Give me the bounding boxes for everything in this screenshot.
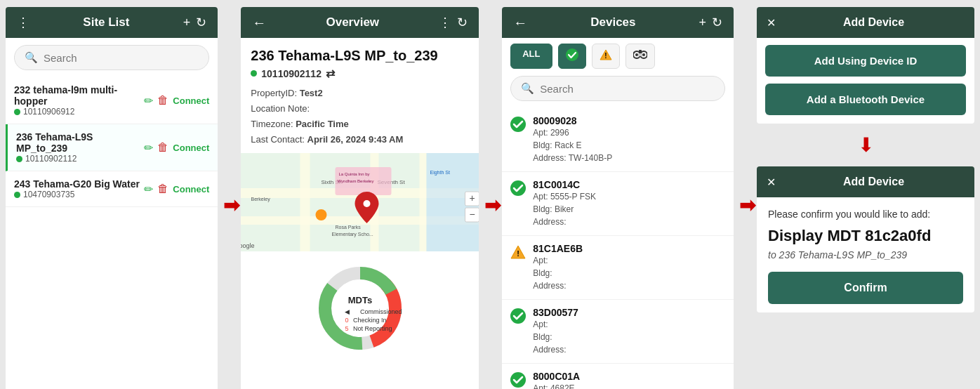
svg-text:5: 5 bbox=[345, 325, 348, 332]
donut-chart-svg: MDTs ◀ Commissioned 0 Checking In 5 Not … bbox=[314, 263, 406, 354]
svg-text:Eighth St: Eighth St bbox=[430, 170, 450, 176]
filter-all-tab[interactable]: ALL bbox=[510, 44, 552, 69]
edit-icon[interactable]: ✏ bbox=[144, 183, 153, 196]
more-options-icon[interactable]: ⋮ bbox=[436, 12, 454, 33]
list-item: 8000C01A Apt: 4682E Bldg: Rack E Address… bbox=[502, 364, 734, 389]
svg-text:Elementary Scho...: Elementary Scho... bbox=[332, 232, 373, 237]
refresh-icon[interactable]: ↻ bbox=[709, 12, 725, 33]
svg-text:−: − bbox=[470, 209, 475, 220]
ok-status-icon bbox=[510, 372, 526, 389]
arrow-right-3: ➡ bbox=[739, 194, 755, 217]
edit-icon[interactable]: ✏ bbox=[144, 141, 153, 154]
site-search-box[interactable]: 🔍 bbox=[14, 45, 209, 70]
site-name: 243 Tehama-G20 Big Water bbox=[14, 178, 140, 190]
device-search-input[interactable] bbox=[540, 83, 715, 95]
filter-ok-tab[interactable] bbox=[558, 44, 586, 69]
site-search-input[interactable] bbox=[44, 52, 199, 64]
confirm-button[interactable]: Confirm bbox=[768, 272, 963, 304]
confirm-body: Please confirm you would like to add: Di… bbox=[757, 197, 974, 312]
refresh-icon[interactable]: ↻ bbox=[454, 12, 470, 33]
ok-status-icon bbox=[510, 180, 526, 199]
connect-button[interactable]: Connect bbox=[173, 95, 209, 106]
svg-point-41 bbox=[642, 53, 645, 56]
ok-status-icon bbox=[510, 117, 526, 136]
svg-point-48 bbox=[510, 372, 526, 388]
devices-panel: ← Devices + ↻ ALL ! bbox=[502, 7, 734, 389]
add-device-icon[interactable]: + bbox=[696, 13, 710, 33]
device-id: 83D00577 bbox=[533, 307, 578, 318]
add-device-title: Add Device bbox=[783, 16, 965, 29]
devices-title-label: Devices bbox=[530, 15, 696, 29]
overview-header: ← Overview ⋮ ↻ bbox=[241, 7, 479, 38]
connect-button[interactable]: Connect bbox=[173, 143, 209, 153]
site-list-header: ⋮ Site List + ↻ bbox=[6, 7, 218, 38]
connect-button[interactable]: Connect bbox=[173, 184, 209, 194]
device-id: 81C1AE6B bbox=[533, 243, 583, 254]
overview-site-id: 10110902112 ⇄ bbox=[241, 67, 479, 86]
close-icon[interactable]: ✕ bbox=[767, 16, 776, 29]
list-item: 81C0014C Apt: 5555-P FSK Bldg: Biker Add… bbox=[502, 172, 734, 236]
status-dot bbox=[14, 192, 20, 198]
overview-panel: ← Overview ⋮ ↻ 236 Tehama-L9S MP_to_239 … bbox=[241, 7, 479, 389]
devices-header: ← Devices + ↻ bbox=[502, 7, 734, 38]
refresh-icon[interactable]: ↻ bbox=[193, 12, 209, 33]
svg-point-44 bbox=[510, 180, 526, 196]
list-item: 236 Tehama-L9S MP_to_239 10110902112 ✏ 🗑… bbox=[6, 124, 218, 171]
confirm-prompt-text: Please confirm you would like to add: bbox=[768, 209, 963, 220]
map-svg: Sixth St Seventh St Eighth St Berkeley R… bbox=[241, 153, 479, 251]
svg-text:0: 0 bbox=[345, 317, 348, 324]
more-options-icon[interactable]: ⋮ bbox=[14, 12, 32, 33]
device-id: 81C0014C bbox=[533, 179, 596, 190]
arrow-right-2: ➡ bbox=[484, 194, 501, 217]
filter-binoculars-tab[interactable] bbox=[625, 44, 655, 69]
confirm-device-name: Display MDT 81c2a0fd bbox=[768, 227, 963, 245]
list-item: 83D00577 Apt: Bldg: Address: bbox=[502, 300, 734, 364]
site-name: 232 tehama-l9m multi-hopper bbox=[14, 84, 144, 107]
arrow-down: ⬇ bbox=[858, 133, 874, 157]
list-item: 243 Tehama-G20 Big Water 10470903735 ✏ 🗑… bbox=[6, 171, 218, 207]
status-dot bbox=[14, 109, 20, 115]
edit-icon[interactable]: ✏ bbox=[144, 94, 153, 107]
ok-status-icon bbox=[510, 308, 526, 327]
svg-rect-5 bbox=[420, 153, 427, 251]
svg-text:Not Reporting: Not Reporting bbox=[353, 325, 392, 332]
device-id: 8000C01A bbox=[533, 371, 612, 382]
svg-point-43 bbox=[510, 117, 526, 132]
device-id: 80009028 bbox=[533, 115, 612, 126]
svg-text:Google: Google bbox=[241, 242, 255, 249]
checkmark-icon bbox=[566, 48, 578, 61]
svg-rect-3 bbox=[300, 153, 310, 251]
svg-text:Berkeley: Berkeley bbox=[251, 197, 271, 202]
back-icon[interactable]: ← bbox=[510, 12, 530, 34]
close-icon[interactable]: ✕ bbox=[767, 176, 776, 189]
svg-text:Checking In: Checking In bbox=[353, 317, 387, 324]
svg-text:Rosa Parks: Rosa Parks bbox=[336, 225, 362, 230]
site-list-title: Site List bbox=[32, 15, 180, 29]
svg-text:MDTs: MDTs bbox=[348, 295, 372, 305]
add-bluetooth-button[interactable]: Add a Bluetooth Device bbox=[765, 84, 966, 115]
donut-chart-container: MDTs ◀ Commissioned 0 Checking In 5 Not … bbox=[241, 251, 479, 365]
overview-meta: PropertyID: Test2 Location Note: Timezon… bbox=[241, 86, 479, 147]
add-device-panels: ✕ Add Device Add Using Device ID Add a B… bbox=[757, 7, 974, 312]
filter-tab-bar: ALL ! bbox=[502, 38, 734, 74]
add-device-panel: ✕ Add Device Add Using Device ID Add a B… bbox=[757, 7, 974, 124]
svg-text:!: ! bbox=[517, 249, 519, 258]
svg-point-47 bbox=[510, 308, 526, 324]
add-icon[interactable]: + bbox=[180, 13, 194, 33]
list-item: ! 81C1AE6B Apt: Bldg: Address: bbox=[502, 236, 734, 300]
site-id: 10110906912 bbox=[14, 107, 144, 117]
binoculars-icon bbox=[633, 48, 647, 60]
confirm-device-header: ✕ Add Device bbox=[757, 166, 974, 197]
back-icon[interactable]: ← bbox=[249, 12, 269, 34]
filter-warning-tab[interactable]: ! bbox=[592, 44, 620, 69]
search-icon: 🔍 bbox=[521, 82, 534, 95]
svg-text:Commissioned: Commissioned bbox=[360, 308, 402, 315]
add-using-device-id-button[interactable]: Add Using Device ID bbox=[765, 45, 966, 77]
delete-icon[interactable]: 🗑 bbox=[157, 94, 168, 107]
device-search-box[interactable]: 🔍 bbox=[510, 76, 725, 101]
svg-point-34 bbox=[566, 48, 578, 61]
confirm-site-text: to 236 Tehama-L9S MP_to_239 bbox=[768, 249, 963, 261]
svg-rect-39 bbox=[638, 53, 642, 56]
delete-icon[interactable]: 🗑 bbox=[157, 183, 168, 195]
delete-icon[interactable]: 🗑 bbox=[157, 141, 168, 154]
